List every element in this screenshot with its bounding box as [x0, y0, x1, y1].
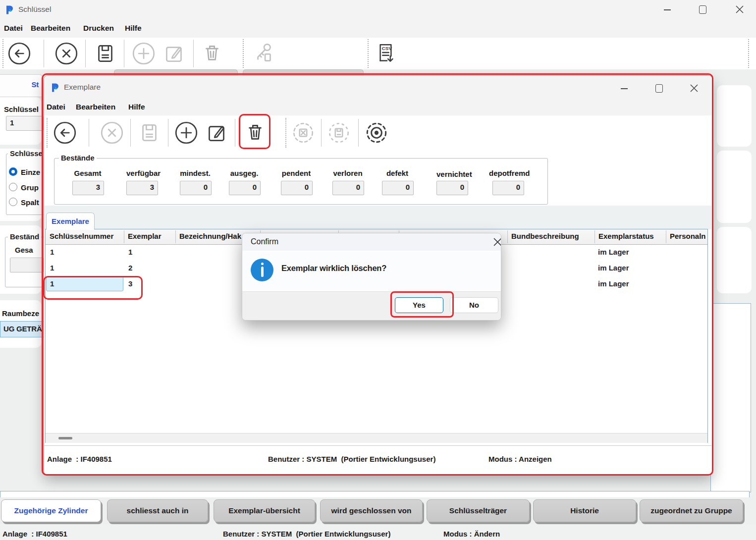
main-tab-stammdaten[interactable]: St: [0, 74, 43, 97]
main-menu-drucken[interactable]: Drucken: [83, 24, 114, 33]
exemplare-statusbar: Anlage : IF409851 Benutzer : SYSTEM (Por…: [44, 445, 711, 475]
cell-exemplar: 1: [128, 248, 132, 256]
cancel-button[interactable]: [99, 119, 125, 146]
exemplare-menu-datei[interactable]: Datei: [47, 103, 65, 111]
col-exemplar[interactable]: Exemplar: [128, 232, 162, 240]
col-exemplarstatus[interactable]: Exemplarstatus: [598, 232, 654, 240]
horizontal-scrollbar[interactable]: [46, 433, 707, 443]
main-toolbar: CSV: [0, 38, 756, 69]
back-button[interactable]: [6, 40, 33, 67]
tab-exemplare[interactable]: Exemplare: [46, 213, 95, 230]
cell-schluesselnummer: 1: [50, 264, 54, 272]
background-panel: [717, 227, 752, 293]
main-minimize-button[interactable]: [664, 9, 671, 10]
raumbezeichnung-field[interactable]: UG GETRÄ: [0, 321, 44, 337]
cell-exemplar: 2: [128, 264, 132, 272]
stock-field-verfuegbar: 3: [126, 181, 158, 195]
radio-gruppe[interactable]: [9, 183, 17, 191]
stock-label-gesamt: Gesamt: [72, 169, 103, 177]
main-menu-bearbeiten[interactable]: Bearbeiten: [31, 24, 70, 33]
tab-schliesst-auch-in[interactable]: schliesst auch in: [107, 499, 208, 522]
exemplare-menu-bearbeiten[interactable]: Bearbeiten: [76, 103, 115, 111]
exemplare-status-benutzer: Benutzer : SYSTEM (Portier Entwicklungsu…: [268, 455, 435, 463]
save-button[interactable]: [136, 119, 162, 146]
edit-button[interactable]: [204, 119, 230, 146]
exemplare-status-anlage: Anlage : IF409851: [47, 455, 112, 463]
cancel-button[interactable]: [53, 40, 80, 67]
add-button[interactable]: [130, 40, 157, 67]
edit-button[interactable]: [161, 40, 188, 67]
col-schluesselnummer[interactable]: Schlüsselnummer: [50, 232, 113, 240]
back-button[interactable]: [52, 119, 78, 146]
main-status-anlage: Anlage : IF409851: [2, 530, 67, 538]
save-button[interactable]: [92, 40, 118, 67]
cell-exemplar: 3: [128, 279, 132, 288]
stock-field-verloren: 0: [332, 181, 364, 195]
main-menu-datei[interactable]: Datei: [4, 24, 23, 33]
exemplare-menubar: Datei Bearbeiten Hilfe: [44, 100, 711, 115]
radio-spalte-label: Spalt: [21, 198, 39, 207]
exemplare-menu-hilfe[interactable]: Hilfe: [128, 103, 145, 111]
separator: [358, 119, 359, 147]
key-button[interactable]: [250, 40, 277, 67]
confirm-dialog-title: Confirm: [251, 237, 278, 246]
app-logo-icon: [51, 83, 60, 93]
delete-button[interactable]: [199, 40, 225, 67]
separator: [243, 39, 244, 68]
yes-button[interactable]: Yes: [395, 297, 443, 313]
separator: [321, 119, 322, 147]
exemplare-maximize-button[interactable]: [655, 84, 663, 93]
main-close-button[interactable]: [736, 5, 744, 13]
stock-label-verfuegbar: verfügbar: [126, 169, 157, 177]
tab-schluesseltraeger[interactable]: Schlüsselträger: [427, 499, 530, 522]
exemplare-titlebar: Exemplare: [44, 76, 711, 100]
add-button[interactable]: [173, 119, 200, 146]
col-bezeichnung[interactable]: Bezeichnung/Hak: [179, 232, 241, 240]
tab-exemplar-uebersicht[interactable]: Exemplar-übersicht: [214, 499, 315, 522]
confirm-dialog-titlebar: Confirm: [242, 233, 501, 251]
main-menu-hilfe[interactable]: Hilfe: [125, 24, 142, 33]
no-button[interactable]: No: [450, 297, 498, 313]
radio-einzel[interactable]: [9, 167, 17, 176]
cell-schluesselnummer: 1: [50, 279, 54, 288]
tab-wird-geschlossen-von[interactable]: wird geschlossen von: [320, 499, 423, 522]
issue-save-button[interactable]: [325, 119, 352, 146]
separator: [130, 119, 131, 147]
col-personalnummer[interactable]: Personaln: [670, 232, 706, 240]
confirm-dialog-footer: Yes No: [242, 291, 501, 321]
col-bundbeschreibung[interactable]: Bundbeschreibung: [511, 232, 579, 240]
separator: [594, 230, 595, 243]
exemplare-minimize-button[interactable]: [621, 88, 628, 89]
screen: Schlüssel Datei Bearbeiten Drucken Hilfe: [0, 0, 756, 540]
stock-label-vernichtet: vernichtet: [436, 170, 467, 178]
separator: [175, 230, 176, 243]
selected-cell[interactable]: [46, 276, 123, 291]
radio-einzel-label: Einze: [21, 168, 40, 176]
tab-zugehoerige-zylinder[interactable]: Zugehörige Zylinder: [1, 499, 101, 522]
separator: [666, 230, 666, 243]
background-panel: [710, 303, 751, 492]
main-maximize-button[interactable]: [699, 5, 706, 14]
issue-cancel-button[interactable]: [290, 119, 317, 146]
separator: [235, 119, 235, 147]
gesamt-main-label: Gesa: [15, 246, 33, 254]
delete-button[interactable]: [242, 119, 269, 146]
main-menubar: Datei Bearbeiten Drucken Hilfe: [0, 20, 756, 38]
stock-label-verloren: verloren: [332, 169, 363, 177]
stock-field-gesamt: 3: [72, 181, 104, 195]
stock-label-pendent: pendent: [281, 169, 312, 177]
tab-zugeordnet-zu-gruppe[interactable]: zugeordnet zu Gruppe: [640, 499, 743, 522]
confirm-dialog-close-button[interactable]: [493, 238, 501, 246]
tab-historie[interactable]: Historie: [533, 499, 636, 522]
stock-field-pendent: 0: [281, 181, 313, 195]
stock-field-vernichtet: 0: [436, 181, 468, 195]
svg-text:CSV: CSV: [382, 46, 392, 51]
schluessel-field[interactable]: 1: [6, 116, 44, 131]
gesamt-main-field: [10, 258, 44, 272]
scrollbar-thumb[interactable]: [58, 437, 72, 439]
separator: [124, 230, 124, 243]
exemplare-close-button[interactable]: [690, 84, 698, 92]
target-button[interactable]: [363, 119, 390, 146]
radio-spalte[interactable]: [9, 198, 17, 206]
csv-export-button[interactable]: CSV: [373, 40, 399, 67]
